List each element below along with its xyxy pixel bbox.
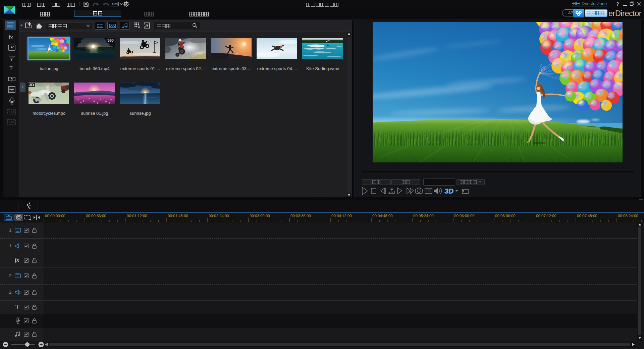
svg-text:123: 123 — [9, 110, 14, 114]
svg-text:3D: 3D — [445, 187, 454, 195]
svg-text:123: 123 — [9, 120, 14, 124]
